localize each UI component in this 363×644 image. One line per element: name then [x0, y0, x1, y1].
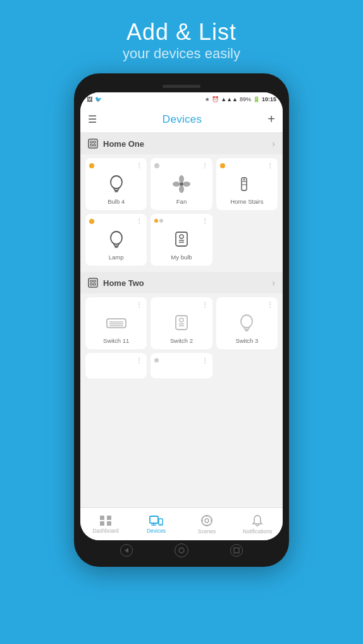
fan-name: Fan: [176, 198, 187, 205]
app-bar-title: Devices: [163, 113, 202, 126]
svg-rect-42: [107, 516, 111, 520]
back-icon: [123, 547, 130, 554]
dashboard-icon: [99, 515, 112, 526]
socket-icon: [173, 230, 190, 249]
promo-subtitle: your devices easily: [123, 46, 240, 62]
nav-devices-label: Devices: [147, 528, 166, 534]
status-left-icons: 🖼 🐦: [87, 96, 102, 102]
device-card-fan[interactable]: ⋮ Fan: [151, 158, 212, 210]
ac-icon: [106, 316, 126, 330]
svg-rect-0: [89, 139, 97, 148]
nav-scenes[interactable]: Scenes: [182, 514, 232, 535]
recents-button[interactable]: [230, 544, 243, 557]
svg-point-10: [183, 182, 190, 187]
empty-slot: [216, 214, 278, 266]
battery-percent: 89%: [240, 96, 251, 102]
partial-card-1[interactable]: ⋮: [85, 353, 147, 378]
content-area: Home One › ⋮: [80, 133, 283, 507]
svg-point-18: [111, 232, 122, 244]
switch11-status-empty: [89, 301, 94, 306]
bottom-nav: Dashboard Devices: [80, 507, 283, 540]
nav-notifications[interactable]: Notifications: [232, 514, 283, 535]
device-card-lamp[interactable]: ⋮ Lamp: [85, 214, 147, 266]
device-card-homestairs[interactable]: ⋮ Home Stairs: [216, 158, 278, 210]
svg-point-51: [205, 519, 209, 523]
svg-point-50: [202, 516, 212, 526]
bell-icon: [252, 514, 263, 527]
lamp-bulb-icon: [108, 230, 125, 250]
section-home-one-header[interactable]: Home One ›: [80, 133, 283, 154]
alarm-icon: ⏰: [212, 96, 219, 102]
homestairs-menu[interactable]: ⋮: [267, 162, 274, 169]
svg-rect-4: [94, 144, 95, 146]
nav-dashboard[interactable]: Dashboard: [80, 515, 131, 534]
fan-menu[interactable]: ⋮: [202, 162, 209, 169]
menu-button[interactable]: ☰: [88, 113, 97, 125]
promo-title: Add & List: [123, 19, 240, 46]
svg-rect-29: [94, 283, 95, 285]
device-card-switch11[interactable]: ⋮ Switch 11: [85, 297, 147, 349]
nav-notifications-label: Notifications: [243, 528, 272, 535]
mybulb-status: [154, 218, 163, 223]
device-card-switch2[interactable]: ⋮ Switch 2: [151, 297, 212, 349]
scenes-icon: [200, 514, 213, 527]
svg-marker-57: [125, 548, 128, 553]
home-button[interactable]: [175, 543, 188, 557]
nav-scenes-label: Scenes: [198, 528, 216, 535]
svg-rect-41: [100, 516, 104, 520]
switch2-menu[interactable]: ⋮: [202, 301, 209, 308]
mybulb-menu[interactable]: ⋮: [202, 218, 209, 225]
device-card-bulb4[interactable]: ⋮ Bulb 4: [85, 158, 147, 210]
device-card-switch3[interactable]: ⋮ Switch 3: [216, 297, 278, 349]
mybulb-name: My bulb: [171, 254, 192, 261]
svg-point-9: [179, 175, 184, 183]
nav-dashboard-label: Dashboard: [92, 528, 119, 534]
partial-empty: [216, 353, 278, 378]
svg-point-12: [173, 182, 180, 187]
add-device-button[interactable]: +: [268, 112, 275, 127]
homestairs-name: Home Stairs: [230, 198, 263, 205]
svg-point-35: [180, 318, 183, 322]
svg-point-49: [160, 523, 161, 524]
switch3-menu[interactable]: ⋮: [267, 301, 274, 308]
homestairs-icon-wrap: [238, 171, 255, 197]
svg-point-13: [180, 183, 183, 186]
svg-rect-43: [100, 521, 104, 526]
partial2-menu[interactable]: ⋮: [202, 357, 209, 364]
bulb4-menu[interactable]: ⋮: [136, 162, 143, 169]
section-header-left: Home One: [88, 139, 144, 149]
app-bar: ☰ Devices +: [80, 106, 283, 133]
nav-devices[interactable]: Devices: [131, 515, 182, 534]
phone-top: [80, 80, 283, 92]
switch11-menu[interactable]: ⋮: [136, 301, 143, 308]
svg-point-11: [179, 185, 184, 193]
section-home-two-header[interactable]: Home Two ›: [80, 272, 283, 294]
home-one-chevron: ›: [272, 139, 275, 149]
svg-point-58: [179, 548, 184, 553]
partial-card-2[interactable]: ⋮: [151, 353, 212, 378]
switch3-status-empty: [220, 301, 225, 306]
switch2-icon-wrap: [173, 311, 190, 336]
back-button[interactable]: [120, 544, 133, 557]
pen-icon: [238, 175, 255, 193]
svg-rect-26: [90, 280, 92, 282]
bluetooth-icon: ∗: [205, 96, 210, 102]
switch3-bulb-icon: [238, 313, 255, 333]
svg-rect-1: [90, 141, 92, 143]
lamp-name: Lamp: [109, 254, 124, 261]
fan-icon-wrap: [171, 171, 192, 197]
home-one-label: Home One: [103, 139, 144, 149]
partial1-menu[interactable]: ⋮: [136, 357, 143, 364]
svg-rect-3: [90, 144, 92, 146]
home-two-chevron: ›: [272, 278, 275, 288]
signal-icon: ▲▲▲: [221, 96, 238, 102]
status-right-icons: ∗ ⏰ ▲▲▲ 89% 🔋 10:15: [205, 96, 276, 102]
partial-row: ⋮ ⋮: [80, 353, 283, 380]
twitter-icon: 🐦: [95, 96, 102, 102]
svg-point-38: [241, 315, 252, 328]
home-two-device-grid: ⋮ Switch 11: [80, 294, 283, 353]
lamp-menu[interactable]: ⋮: [136, 218, 143, 225]
image-icon: 🖼: [87, 96, 92, 102]
clock: 10:15: [262, 96, 276, 102]
device-card-mybulb[interactable]: ⋮ My bulb: [151, 214, 212, 266]
